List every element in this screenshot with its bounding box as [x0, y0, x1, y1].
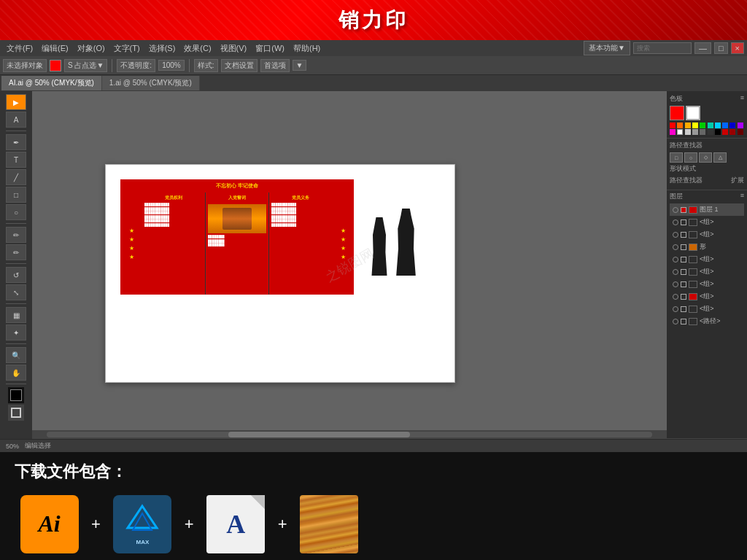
eyedropper-tool[interactable]: ✦ — [6, 324, 26, 341]
color-purple[interactable] — [738, 122, 743, 128]
menu-type[interactable]: 文字(T) — [110, 42, 144, 55]
stroke-color[interactable] — [50, 60, 61, 71]
menu-file[interactable]: 文件(F) — [3, 42, 36, 55]
rotate-tool[interactable]: ↺ — [6, 267, 26, 283]
gradient-tool[interactable]: ▦ — [6, 307, 26, 323]
layer-item-2[interactable]: <组> — [670, 228, 744, 241]
layer-item-3[interactable]: 形 — [670, 241, 744, 253]
color-teal[interactable] — [708, 122, 713, 128]
color-gray[interactable] — [692, 129, 698, 135]
layer-eye-0[interactable] — [673, 207, 678, 213]
doc-setup-btn[interactable]: 文档设置 — [221, 59, 258, 72]
layer-eye-8[interactable] — [673, 306, 678, 312]
layer-eye-3[interactable] — [673, 244, 678, 250]
exclude-btn[interactable]: △ — [713, 152, 727, 163]
dropdown-arrow[interactable]: ▼ — [293, 60, 307, 71]
color-darker-red[interactable] — [729, 129, 735, 135]
layer-item-4[interactable]: <组> — [670, 253, 744, 265]
tools-panel: ▶ A ✒ T ╱ □ ○ ✏ ✏ ↺ ⤡ ▦ ✦ 🔍 ✋ — [0, 91, 32, 439]
layer-eye-9[interactable] — [673, 319, 678, 324]
fill-color[interactable] — [8, 387, 24, 403]
menu-effect[interactable]: 效果(C) — [180, 42, 214, 55]
color-black[interactable] — [715, 129, 721, 135]
layers-menu[interactable]: ≡ — [740, 192, 744, 201]
selection-tool-dropdown[interactable]: S 占点选▼ — [64, 59, 107, 72]
type-tool[interactable]: T — [6, 152, 26, 168]
star-4: ★ — [129, 254, 134, 260]
color-darker-gray[interactable] — [708, 129, 713, 135]
active-fill[interactable] — [670, 106, 684, 120]
menu-object[interactable]: 对象(O) — [74, 42, 109, 55]
color-darkest-red[interactable] — [738, 129, 743, 135]
zoom-tool[interactable]: 🔍 — [6, 347, 26, 363]
layer-item-1[interactable]: <组> — [670, 216, 744, 228]
ellipse-tool[interactable]: ○ — [6, 204, 26, 220]
menu-view[interactable]: 视图(V) — [217, 42, 251, 55]
color-light-gray[interactable] — [685, 129, 691, 135]
intersect-btn[interactable]: ◇ — [699, 152, 712, 163]
layer-thumb-4 — [689, 256, 697, 263]
pencil-tool[interactable]: ✏ — [6, 244, 26, 260]
workspace-dropdown[interactable]: 基本功能▼ — [584, 41, 630, 55]
layer-eye-5[interactable] — [673, 269, 678, 275]
hand-tool[interactable]: ✋ — [6, 365, 26, 381]
direct-select-tool[interactable]: A — [6, 112, 26, 128]
menu-select[interactable]: 选择(S) — [145, 42, 179, 55]
layer-item-6[interactable]: <组> — [670, 278, 744, 290]
layer-eye-6[interactable] — [673, 281, 678, 287]
canvas-area[interactable]: 之锐图网 不忘初心 牢记使命 ★ ★ — [32, 91, 667, 439]
color-green[interactable] — [700, 122, 705, 128]
color-yellow-orange[interactable] — [685, 122, 691, 128]
layer-name-5: <组> — [700, 267, 714, 276]
color-dark-blue[interactable] — [729, 122, 735, 128]
star-5: ★ — [341, 228, 346, 234]
maximize-button[interactable]: □ — [714, 42, 728, 54]
layer-item-7[interactable]: <组> — [670, 290, 744, 303]
rect-tool[interactable]: □ — [6, 187, 26, 203]
selection-tool[interactable]: ▶ — [6, 94, 26, 110]
layer-eye-4[interactable] — [673, 257, 678, 262]
color-red[interactable] — [670, 122, 676, 128]
layer-item-5[interactable]: <组> — [670, 265, 744, 278]
zoom-level[interactable]: 50% — [6, 443, 19, 450]
close-button[interactable]: × — [731, 42, 744, 54]
layer-eye-7[interactable] — [673, 294, 678, 300]
prefs-btn[interactable]: 首选项 — [260, 59, 290, 72]
unite-btn[interactable]: □ — [670, 152, 683, 163]
menu-window[interactable]: 窗口(W) — [252, 42, 288, 55]
color-section-menu[interactable]: ≡ — [740, 94, 744, 104]
layer-eye-2[interactable] — [673, 232, 678, 238]
color-orange[interactable] — [677, 122, 683, 128]
color-dark-red[interactable] — [722, 129, 728, 135]
color-yellow[interactable] — [692, 122, 698, 128]
layer-item-0[interactable]: 图层 1 — [670, 203, 744, 216]
menu-help[interactable]: 帮助(H) — [290, 42, 324, 55]
search-input[interactable] — [633, 42, 692, 54]
minus-btn[interactable]: ○ — [684, 152, 697, 163]
scale-tool[interactable]: ⤡ — [6, 284, 26, 300]
layer-item-8[interactable]: <组> — [670, 303, 744, 315]
color-section-title: 色板 ≡ — [670, 94, 744, 104]
color-blue[interactable] — [722, 122, 728, 128]
stroke-color-swatch[interactable] — [8, 405, 24, 421]
paintbrush-tool[interactable]: ✏ — [6, 227, 26, 243]
star-3: ★ — [129, 245, 134, 252]
menu-edit[interactable]: 编辑(E) — [38, 42, 72, 55]
color-cyan[interactable] — [715, 122, 721, 128]
color-section: 色板 ≡ — [667, 91, 747, 139]
color-white[interactable] — [677, 129, 683, 135]
minimize-button[interactable]: — — [694, 42, 711, 54]
color-dark-gray[interactable] — [700, 129, 705, 135]
layer-item-9[interactable]: <路径> — [670, 315, 744, 327]
tab-1-file[interactable]: 1.ai @ 50% (CMYK/预览) — [102, 76, 200, 90]
scrollbar-thumb[interactable] — [228, 432, 410, 438]
color-magenta[interactable] — [670, 129, 676, 135]
expand-btn[interactable]: 扩展 — [731, 176, 744, 185]
layer-eye-1[interactable] — [673, 219, 678, 225]
opacity-value[interactable]: 100% — [158, 60, 185, 71]
horizontal-scrollbar[interactable] — [32, 430, 667, 439]
line-tool[interactable]: ╱ — [6, 169, 26, 185]
tab-ai-file[interactable]: AI.ai @ 50% (CMYK/预览) — [1, 76, 102, 90]
pen-tool[interactable]: ✒ — [6, 134, 26, 150]
active-stroke[interactable] — [686, 106, 700, 120]
